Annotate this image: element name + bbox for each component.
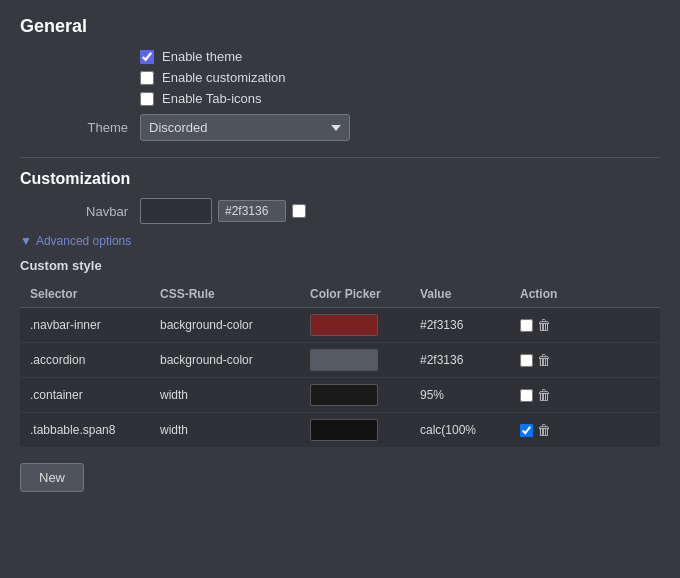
row4-selector: .tabbable.span8 — [30, 423, 160, 437]
general-section: General Enable theme Enable customizatio… — [20, 16, 660, 141]
row4-action: 🗑 — [520, 422, 600, 438]
navbar-hex-input[interactable] — [218, 200, 286, 222]
row3-trash-icon[interactable]: 🗑 — [537, 387, 551, 403]
row4-rule: width — [160, 423, 310, 437]
row2-value: #2f3136 — [420, 353, 520, 367]
col-value: Value — [420, 287, 520, 301]
enable-theme-checkbox[interactable] — [140, 50, 154, 64]
row3-rule: width — [160, 388, 310, 402]
row1-selector: .navbar-inner — [30, 318, 160, 332]
table-header: Selector CSS-Rule Color Picker Value Act… — [20, 281, 660, 308]
navbar-color-preview[interactable] — [140, 198, 212, 224]
enable-theme-row: Enable theme — [140, 49, 660, 64]
row1-color-swatch[interactable] — [310, 314, 378, 336]
theme-select[interactable]: Discorded Dark Light — [140, 114, 350, 141]
row2-trash-icon[interactable]: 🗑 — [537, 352, 551, 368]
row4-trash-icon[interactable]: 🗑 — [537, 422, 551, 438]
col-selector: Selector — [30, 287, 160, 301]
enable-customization-checkbox[interactable] — [140, 71, 154, 85]
customization-section: Customization Navbar ▼ Advanced options … — [20, 170, 660, 492]
new-button[interactable]: New — [20, 463, 84, 492]
custom-style-label: Custom style — [20, 258, 660, 273]
row1-rule: background-color — [160, 318, 310, 332]
row3-value: 95% — [420, 388, 520, 402]
row3-selector: .container — [30, 388, 160, 402]
row2-action: 🗑 — [520, 352, 600, 368]
theme-label: Theme — [20, 120, 140, 135]
customization-title: Customization — [20, 170, 660, 188]
navbar-row: Navbar — [20, 198, 660, 224]
row3-color-swatch[interactable] — [310, 384, 378, 406]
section-divider — [20, 157, 660, 158]
advanced-options-label: Advanced options — [36, 234, 131, 248]
row4-color-swatch[interactable] — [310, 419, 378, 441]
enable-tab-icons-label: Enable Tab-icons — [162, 91, 262, 106]
col-rule: CSS-Rule — [160, 287, 310, 301]
navbar-label: Navbar — [20, 204, 140, 219]
row3-action: 🗑 — [520, 387, 600, 403]
table-row: .navbar-inner background-color #2f3136 🗑 — [20, 308, 660, 343]
custom-style-table: Selector CSS-Rule Color Picker Value Act… — [20, 281, 660, 447]
row4-value: calc(100% — [420, 423, 520, 437]
advanced-options-toggle[interactable]: ▼ Advanced options — [20, 234, 660, 248]
row2-action-checkbox[interactable] — [520, 354, 533, 367]
row1-action: 🗑 — [520, 317, 600, 333]
col-action: Action — [520, 287, 600, 301]
row1-trash-icon[interactable]: 🗑 — [537, 317, 551, 333]
enable-theme-label: Enable theme — [162, 49, 242, 64]
enable-tab-icons-checkbox[interactable] — [140, 92, 154, 106]
enable-tab-icons-row: Enable Tab-icons — [140, 91, 660, 106]
row3-action-checkbox[interactable] — [520, 389, 533, 402]
enable-customization-row: Enable customization — [140, 70, 660, 85]
navbar-checkbox[interactable] — [292, 204, 306, 218]
theme-row: Theme Discorded Dark Light — [20, 114, 660, 141]
table-row: .accordion background-color #2f3136 🗑 — [20, 343, 660, 378]
enable-customization-label: Enable customization — [162, 70, 286, 85]
table-row: .tabbable.span8 width calc(100% 🗑 — [20, 413, 660, 447]
chevron-down-icon: ▼ — [20, 234, 32, 248]
row4-action-checkbox[interactable] — [520, 424, 533, 437]
general-title: General — [20, 16, 660, 37]
row4-color-picker[interactable] — [310, 419, 420, 441]
table-row: .container width 95% 🗑 — [20, 378, 660, 413]
row2-rule: background-color — [160, 353, 310, 367]
row1-action-checkbox[interactable] — [520, 319, 533, 332]
row2-selector: .accordion — [30, 353, 160, 367]
row1-value: #2f3136 — [420, 318, 520, 332]
row2-color-swatch[interactable] — [310, 349, 378, 371]
row1-color-picker[interactable] — [310, 314, 420, 336]
col-color-picker: Color Picker — [310, 287, 420, 301]
row3-color-picker[interactable] — [310, 384, 420, 406]
row2-color-picker[interactable] — [310, 349, 420, 371]
